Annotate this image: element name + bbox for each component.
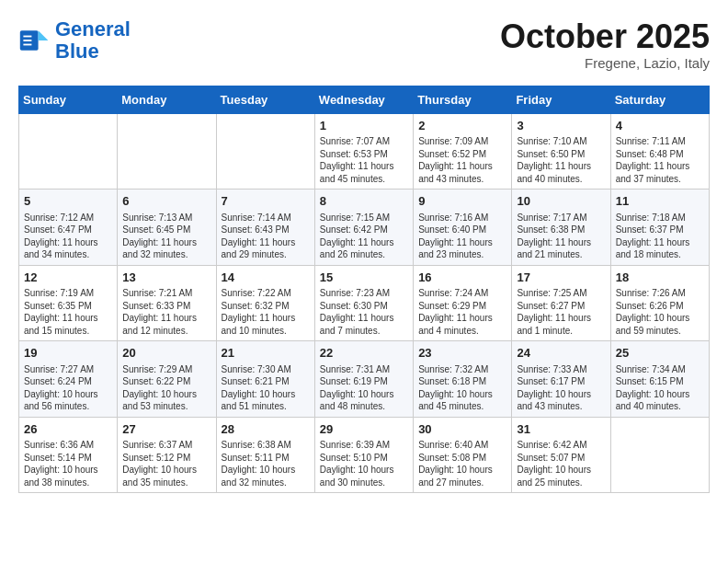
day-info: Sunrise: 7:19 AM Sunset: 6:35 PM Dayligh… xyxy=(24,287,112,337)
day-number: 22 xyxy=(320,345,408,362)
day-number: 5 xyxy=(24,193,112,210)
day-info: Sunrise: 7:14 AM Sunset: 6:43 PM Dayligh… xyxy=(222,212,310,261)
day-number: 8 xyxy=(320,193,408,210)
day-info: Sunrise: 7:24 AM Sunset: 6:29 PM Dayligh… xyxy=(418,287,506,337)
column-header-friday: Friday xyxy=(512,86,610,113)
logo-line1: General xyxy=(55,17,131,40)
calendar-cell: 22Sunrise: 7:31 AM Sunset: 6:19 PM Dayli… xyxy=(314,341,413,418)
logo-line2: Blue xyxy=(55,40,99,63)
day-number: 10 xyxy=(517,193,605,210)
day-info: Sunrise: 7:29 AM Sunset: 6:22 PM Dayligh… xyxy=(122,363,210,413)
day-number: 21 xyxy=(222,345,310,362)
calendar-week-row: 5Sunrise: 7:12 AM Sunset: 6:47 PM Daylig… xyxy=(19,190,710,266)
calendar-week-row: 1Sunrise: 7:07 AM Sunset: 6:53 PM Daylig… xyxy=(19,113,710,190)
day-number: 29 xyxy=(320,421,408,438)
day-info: Sunrise: 7:31 AM Sunset: 6:19 PM Dayligh… xyxy=(320,363,408,413)
day-number: 14 xyxy=(222,270,310,286)
calendar-cell: 23Sunrise: 7:32 AM Sunset: 6:18 PM Dayli… xyxy=(414,341,512,418)
column-header-monday: Monday xyxy=(118,86,216,113)
day-number: 26 xyxy=(24,421,112,438)
calendar-header-row: SundayMondayTuesdayWednesdayThursdayFrid… xyxy=(19,86,710,113)
day-number: 9 xyxy=(418,193,506,210)
day-info: Sunrise: 7:22 AM Sunset: 6:32 PM Dayligh… xyxy=(222,287,310,337)
page-header: General Blue October 2025 Fregene, Lazio… xyxy=(18,18,710,71)
calendar-cell: 19Sunrise: 7:27 AM Sunset: 6:24 PM Dayli… xyxy=(19,341,118,418)
calendar-cell: 12Sunrise: 7:19 AM Sunset: 6:35 PM Dayli… xyxy=(19,265,118,341)
calendar-cell: 20Sunrise: 7:29 AM Sunset: 6:22 PM Dayli… xyxy=(118,341,216,418)
calendar-cell: 3Sunrise: 7:10 AM Sunset: 6:50 PM Daylig… xyxy=(512,113,610,190)
column-header-wednesday: Wednesday xyxy=(314,86,413,113)
calendar-cell: 4Sunrise: 7:11 AM Sunset: 6:48 PM Daylig… xyxy=(610,113,709,190)
calendar-cell: 26Sunrise: 6:36 AM Sunset: 5:14 PM Dayli… xyxy=(19,417,118,493)
day-info: Sunrise: 6:42 AM Sunset: 5:07 PM Dayligh… xyxy=(517,439,605,488)
day-number: 11 xyxy=(616,193,704,210)
column-header-thursday: Thursday xyxy=(414,86,512,113)
day-info: Sunrise: 6:36 AM Sunset: 5:14 PM Dayligh… xyxy=(24,439,112,488)
day-info: Sunrise: 7:17 AM Sunset: 6:38 PM Dayligh… xyxy=(517,212,605,261)
day-number: 28 xyxy=(222,421,310,438)
month-title: October 2025 xyxy=(500,18,710,55)
day-info: Sunrise: 6:40 AM Sunset: 5:08 PM Dayligh… xyxy=(418,439,506,488)
day-info: Sunrise: 7:18 AM Sunset: 6:37 PM Dayligh… xyxy=(616,212,704,261)
calendar-cell: 14Sunrise: 7:22 AM Sunset: 6:32 PM Dayli… xyxy=(216,265,314,341)
calendar-cell: 6Sunrise: 7:13 AM Sunset: 6:45 PM Daylig… xyxy=(118,190,216,266)
day-info: Sunrise: 7:23 AM Sunset: 6:30 PM Dayligh… xyxy=(320,287,408,337)
day-info: Sunrise: 7:34 AM Sunset: 6:15 PM Dayligh… xyxy=(616,363,704,413)
day-info: Sunrise: 6:39 AM Sunset: 5:10 PM Dayligh… xyxy=(320,439,408,488)
day-info: Sunrise: 7:15 AM Sunset: 6:42 PM Dayligh… xyxy=(320,212,408,261)
day-info: Sunrise: 7:30 AM Sunset: 6:21 PM Dayligh… xyxy=(222,363,310,413)
calendar-week-row: 26Sunrise: 6:36 AM Sunset: 5:14 PM Dayli… xyxy=(19,417,710,493)
calendar-week-row: 12Sunrise: 7:19 AM Sunset: 6:35 PM Dayli… xyxy=(19,265,710,341)
calendar-cell: 27Sunrise: 6:37 AM Sunset: 5:12 PM Dayli… xyxy=(118,417,216,493)
column-header-tuesday: Tuesday xyxy=(216,86,314,113)
calendar-cell: 28Sunrise: 6:38 AM Sunset: 5:11 PM Dayli… xyxy=(216,417,314,493)
day-number: 20 xyxy=(122,345,210,362)
day-number: 3 xyxy=(517,118,605,134)
calendar-cell: 16Sunrise: 7:24 AM Sunset: 6:29 PM Dayli… xyxy=(414,265,512,341)
svg-rect-4 xyxy=(23,44,31,46)
calendar-cell: 17Sunrise: 7:25 AM Sunset: 6:27 PM Dayli… xyxy=(512,265,610,341)
calendar-cell xyxy=(19,113,118,190)
day-number: 12 xyxy=(24,270,112,286)
day-info: Sunrise: 7:32 AM Sunset: 6:18 PM Dayligh… xyxy=(418,363,506,413)
day-number: 19 xyxy=(24,345,112,362)
calendar-cell xyxy=(118,113,216,190)
calendar-week-row: 19Sunrise: 7:27 AM Sunset: 6:24 PM Dayli… xyxy=(19,341,710,418)
day-number: 31 xyxy=(517,421,605,438)
svg-rect-2 xyxy=(23,36,31,38)
svg-rect-3 xyxy=(23,40,31,41)
day-info: Sunrise: 6:38 AM Sunset: 5:11 PM Dayligh… xyxy=(222,439,310,488)
day-number: 4 xyxy=(616,118,704,134)
calendar-cell: 7Sunrise: 7:14 AM Sunset: 6:43 PM Daylig… xyxy=(216,190,314,266)
logo-icon xyxy=(18,24,51,57)
column-header-saturday: Saturday xyxy=(610,86,709,113)
day-info: Sunrise: 7:33 AM Sunset: 6:17 PM Dayligh… xyxy=(517,363,605,413)
day-number: 6 xyxy=(122,193,210,210)
calendar-cell: 25Sunrise: 7:34 AM Sunset: 6:15 PM Dayli… xyxy=(610,341,709,418)
calendar-cell: 13Sunrise: 7:21 AM Sunset: 6:33 PM Dayli… xyxy=(118,265,216,341)
title-block: October 2025 Fregene, Lazio, Italy xyxy=(500,18,710,71)
calendar-cell: 18Sunrise: 7:26 AM Sunset: 6:26 PM Dayli… xyxy=(610,265,709,341)
day-number: 15 xyxy=(320,270,408,286)
day-info: Sunrise: 7:27 AM Sunset: 6:24 PM Dayligh… xyxy=(24,363,112,413)
calendar-table: SundayMondayTuesdayWednesdayThursdayFrid… xyxy=(18,86,710,494)
day-info: Sunrise: 7:26 AM Sunset: 6:26 PM Dayligh… xyxy=(616,287,704,337)
day-number: 25 xyxy=(616,345,704,362)
day-number: 1 xyxy=(320,118,408,134)
calendar-cell: 29Sunrise: 6:39 AM Sunset: 5:10 PM Dayli… xyxy=(314,417,413,493)
day-number: 17 xyxy=(517,270,605,286)
calendar-cell: 1Sunrise: 7:07 AM Sunset: 6:53 PM Daylig… xyxy=(314,113,413,190)
day-info: Sunrise: 7:09 AM Sunset: 6:52 PM Dayligh… xyxy=(418,135,506,185)
day-info: Sunrise: 7:25 AM Sunset: 6:27 PM Dayligh… xyxy=(517,287,605,337)
calendar-cell xyxy=(216,113,314,190)
day-number: 16 xyxy=(418,270,506,286)
column-header-sunday: Sunday xyxy=(19,86,118,113)
day-info: Sunrise: 7:10 AM Sunset: 6:50 PM Dayligh… xyxy=(517,135,605,185)
day-info: Sunrise: 7:13 AM Sunset: 6:45 PM Dayligh… xyxy=(122,212,210,261)
day-number: 2 xyxy=(418,118,506,134)
day-number: 13 xyxy=(122,270,210,286)
calendar-cell: 21Sunrise: 7:30 AM Sunset: 6:21 PM Dayli… xyxy=(216,341,314,418)
calendar-cell: 8Sunrise: 7:15 AM Sunset: 6:42 PM Daylig… xyxy=(314,190,413,266)
calendar-cell: 9Sunrise: 7:16 AM Sunset: 6:40 PM Daylig… xyxy=(414,190,512,266)
day-info: Sunrise: 7:11 AM Sunset: 6:48 PM Dayligh… xyxy=(616,135,704,185)
